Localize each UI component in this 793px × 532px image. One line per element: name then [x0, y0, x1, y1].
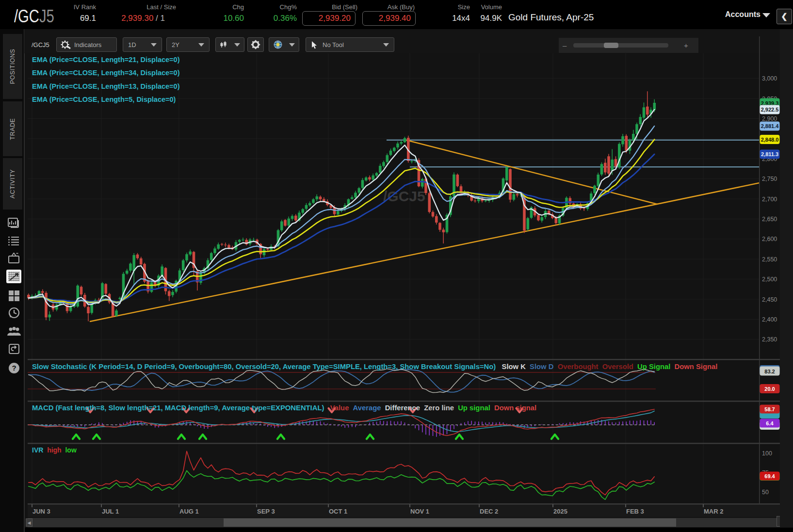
svg-text:2,600: 2,600: [762, 236, 777, 242]
svg-text:2,550: 2,550: [762, 256, 777, 263]
svg-text:NOV 1: NOV 1: [410, 508, 429, 515]
svg-text:83.2: 83.2: [764, 369, 775, 374]
svg-text:2,700: 2,700: [762, 196, 777, 203]
svg-text:69.4: 69.4: [764, 473, 775, 479]
svg-text:2,450: 2,450: [762, 296, 777, 303]
svg-text:50: 50: [762, 489, 769, 496]
svg-text:SEP 3: SEP 3: [257, 508, 275, 515]
svg-text:2,500: 2,500: [762, 276, 777, 283]
svg-text:/GCJ5: /GCJ5: [383, 188, 425, 204]
svg-text:AUG 1: AUG 1: [179, 508, 199, 515]
svg-text:FEB 3: FEB 3: [626, 508, 644, 515]
svg-text:MAR 2: MAR 2: [704, 508, 723, 515]
svg-text:2,750: 2,750: [762, 176, 777, 182]
svg-text:2,848.0: 2,848.0: [761, 137, 779, 143]
svg-text:DEC 2: DEC 2: [480, 508, 498, 515]
svg-text:20.0: 20.0: [764, 386, 775, 392]
svg-text:6.4: 6.4: [766, 420, 774, 426]
svg-text:2,881.4: 2,881.4: [761, 123, 779, 129]
svg-text:3,000: 3,000: [762, 75, 777, 82]
svg-text:JUL 1: JUL 1: [102, 508, 119, 515]
svg-text:2025: 2025: [553, 508, 567, 515]
svg-text:2,350: 2,350: [762, 336, 777, 343]
svg-text:2,650: 2,650: [762, 216, 777, 223]
svg-text:OCT 1: OCT 1: [329, 508, 347, 515]
svg-text:JUN 3: JUN 3: [32, 508, 50, 515]
svg-text:58.7: 58.7: [764, 406, 775, 412]
svg-text:2,811.3: 2,811.3: [761, 151, 778, 157]
svg-text:2,400: 2,400: [762, 316, 777, 323]
svg-text:2,900: 2,900: [762, 115, 777, 122]
svg-text:2,922.5: 2,922.5: [761, 107, 779, 113]
svg-text:100: 100: [762, 450, 772, 457]
